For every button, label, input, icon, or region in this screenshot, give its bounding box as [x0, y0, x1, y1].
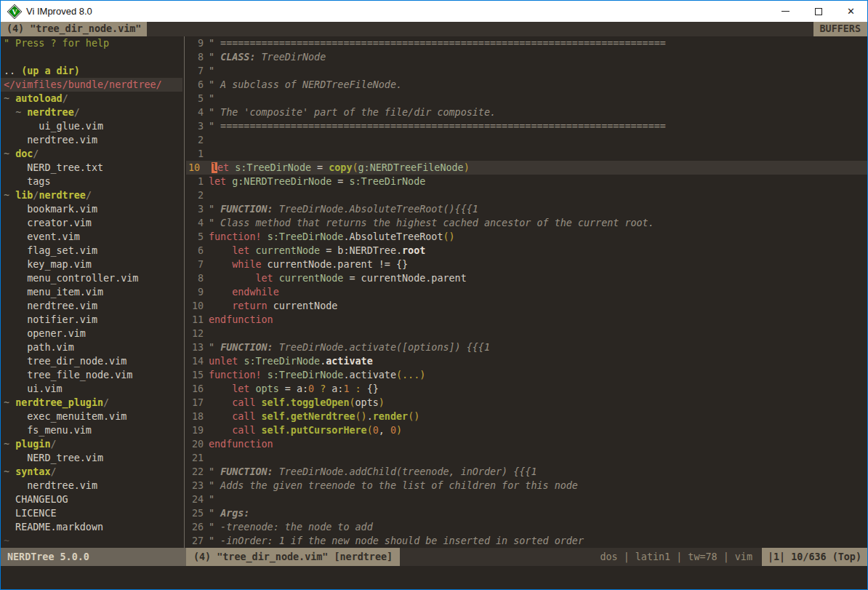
code-line[interactable]: 8 let currentNode = currentNode.parent — [186, 271, 867, 285]
nerdtree-row[interactable]: flag_set.vim — [1, 244, 182, 258]
code-line[interactable]: 14unlet s:TreeDirNode.activate — [186, 354, 867, 368]
line-number: 12 — [186, 327, 209, 340]
code-line[interactable]: 5" — [186, 92, 867, 105]
code-line[interactable]: 2 — [186, 188, 867, 202]
line-number: 25 — [186, 506, 209, 520]
nerdtree-row[interactable]: opener.vim — [1, 327, 182, 340]
nerdtree-row[interactable]: path.vim — [1, 340, 182, 354]
code-line[interactable]: 1 — [186, 147, 867, 161]
minimize-button[interactable] — [769, 1, 802, 22]
line-number: 1 — [186, 147, 209, 161]
maximize-button[interactable] — [802, 1, 835, 22]
nerdtree-row[interactable]: ~ — [1, 534, 182, 548]
nerdtree-row[interactable]: tree_file_node.vim — [1, 368, 182, 382]
nerdtree-row[interactable]: NERD_tree.txt — [1, 161, 182, 175]
command-line[interactable] — [1, 566, 867, 589]
nerdtree-row[interactable]: key_map.vim — [1, 258, 182, 271]
code-line[interactable]: 11endfunction — [186, 313, 867, 327]
nerdtree-row[interactable]: .. (up a dir) — [1, 64, 182, 78]
line-number: 22 — [186, 465, 209, 479]
nerdtree-row[interactable]: notifier.vim — [1, 313, 182, 327]
code-line[interactable]: 3" FUNCTION: TreeDirNode.AbsoluteTreeRoo… — [186, 202, 867, 216]
line-number: 1 — [186, 175, 209, 188]
code-line[interactable]: 12 — [186, 327, 867, 340]
nerdtree-row[interactable]: LICENCE — [1, 506, 182, 520]
line-number: 18 — [186, 410, 209, 423]
line-number: 19 — [186, 423, 209, 437]
code-line[interactable]: 16 let opts = a:0 ? a:1 : {} — [186, 382, 867, 396]
line-number: 7 — [186, 64, 209, 78]
code-line[interactable]: 27" -inOrder: 1 if the new node should b… — [186, 534, 867, 548]
line-number: 2 — [186, 188, 209, 202]
code-line[interactable]: 21 — [186, 451, 867, 465]
line-number: 13 — [186, 340, 209, 354]
nerdtree-row[interactable]: ui_glue.vim — [1, 119, 182, 133]
svg-text:V: V — [12, 7, 17, 15]
nerdtree-row[interactable]: nerdtree.vim — [1, 299, 182, 313]
code-line[interactable]: 7" — [186, 64, 867, 78]
code-line[interactable]: 2 — [186, 133, 867, 147]
window-controls: ✕ — [769, 1, 867, 22]
close-button[interactable]: ✕ — [835, 1, 867, 22]
nerdtree-row[interactable]: exec_menuitem.vim — [1, 410, 182, 423]
line-number: 5 — [186, 230, 209, 244]
nerdtree-row[interactable]: ~ syntax/ — [1, 465, 182, 479]
nerdtree-row[interactable]: creator.vim — [1, 216, 182, 230]
nerdtree-row[interactable]: NERD_tree.vim — [1, 451, 182, 465]
nerdtree-row[interactable]: menu_item.vim — [1, 285, 182, 299]
code-line[interactable]: 23" Adds the given treenode to the list … — [186, 479, 867, 493]
code-line[interactable]: 17 call self.toggleOpen(opts) — [186, 396, 867, 410]
code-line[interactable]: 19 call self.putCursorHere(0, 0) — [186, 423, 867, 437]
line-number: 3 — [186, 119, 209, 133]
code-line[interactable]: 26" -treenode: the node to add — [186, 520, 867, 534]
nerdtree-row[interactable]: ~ doc/ — [1, 147, 182, 161]
nerdtree-row[interactable]: menu_controller.vim — [1, 271, 182, 285]
nerdtree-row[interactable]: ~ autoload/ — [1, 92, 182, 105]
code-line[interactable]: 18 call self.getNerdtree().render() — [186, 410, 867, 423]
nerdtree-row[interactable]: tree_dir_node.vim — [1, 354, 182, 368]
line-number: 23 — [186, 479, 209, 493]
code-line[interactable]: 6" A subclass of NERDTreeFileNode. — [186, 78, 867, 92]
code-line[interactable]: 3" =====================================… — [186, 119, 867, 133]
code-line[interactable]: 25" Args: — [186, 506, 867, 520]
code-line[interactable]: 22" FUNCTION: TreeDirNode.addChild(treen… — [186, 465, 867, 479]
tabline: (4) "tree_dir_node.vim" BUFFERS — [1, 22, 867, 36]
code-line[interactable]: 1let g:NERDTreeDirNode = s:TreeDirNode — [186, 175, 867, 188]
nerdtree-row[interactable]: ~ lib/nerdtree/ — [1, 188, 182, 202]
code-line[interactable]: 6 let currentNode = b:NERDTree.root — [186, 244, 867, 258]
window-separator[interactable] — [182, 36, 186, 548]
line-number: 10 — [186, 299, 209, 313]
code-line[interactable]: 5function! s:TreeDirNode.AbsoluteTreeRoo… — [186, 230, 867, 244]
code-line[interactable]: 13" FUNCTION: TreeDirNode.activate([opti… — [186, 340, 867, 354]
code-line[interactable]: 24" — [186, 493, 867, 506]
nerdtree-row[interactable]: ~ plugin/ — [1, 437, 182, 451]
code-line[interactable]: 4" The 'composite' part of the file/dir … — [186, 105, 867, 119]
nerdtree-row[interactable]: tags — [1, 175, 182, 188]
nerdtree-row[interactable]: bookmark.vim — [1, 202, 182, 216]
code-line[interactable]: 9 endwhile — [186, 285, 867, 299]
code-line[interactable]: 15function! s:TreeDirNode.activate(...) — [186, 368, 867, 382]
code-line[interactable]: 10let s:TreeDirNode = copy(g:NERDTreeFil… — [186, 161, 867, 175]
code-line[interactable]: 4" Class method that returns the highest… — [186, 216, 867, 230]
nerdtree-row[interactable]: README.markdown — [1, 520, 182, 534]
tab-current[interactable]: (4) "tree_dir_node.vim" — [1, 22, 147, 36]
nerdtree-row[interactable]: ui.vim — [1, 382, 182, 396]
nerdtree-row[interactable] — [1, 50, 182, 64]
code-line[interactable]: 10 return currentNode — [186, 299, 867, 313]
nerdtree-row[interactable]: fs_menu.vim — [1, 423, 182, 437]
nerdtree-row[interactable]: nerdtree.vim — [1, 133, 182, 147]
code-line[interactable]: 8" CLASS: TreeDirNode — [186, 50, 867, 64]
nerdtree-row[interactable]: ~ nerdtree_plugin/ — [1, 396, 182, 410]
line-number: 8 — [186, 271, 209, 285]
nerdtree-row[interactable]: nerdtree.vim — [1, 479, 182, 493]
code-line[interactable]: 9" =====================================… — [186, 36, 867, 50]
nerdtree-row[interactable]: CHANGELOG — [1, 493, 182, 506]
code-line[interactable]: 20endfunction — [186, 437, 867, 451]
nerdtree-row[interactable]: " Press ? for help — [1, 36, 182, 50]
nerdtree-row[interactable]: ~ nerdtree/ — [1, 105, 182, 119]
line-number: 5 — [186, 92, 209, 105]
line-number: 9 — [186, 285, 209, 299]
nerdtree-row[interactable]: </vimfiles/bundle/nerdtree/ — [1, 78, 182, 92]
code-line[interactable]: 7 while currentNode.parent != {} — [186, 258, 867, 271]
nerdtree-row[interactable]: event.vim — [1, 230, 182, 244]
